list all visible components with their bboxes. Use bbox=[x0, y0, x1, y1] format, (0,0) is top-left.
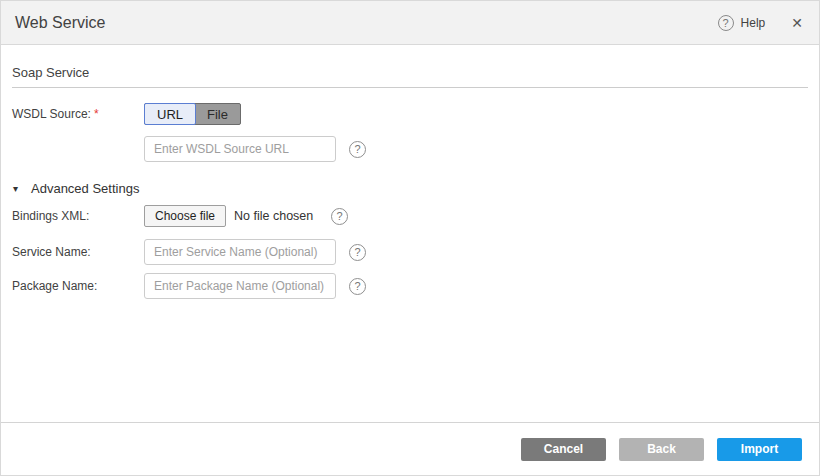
import-button[interactable]: Import bbox=[717, 438, 802, 461]
package-name-help-icon[interactable]: ? bbox=[349, 278, 366, 295]
advanced-settings-toggle[interactable]: ▾ Advanced Settings bbox=[12, 181, 808, 196]
dialog-footer: Cancel Back Import bbox=[1, 422, 819, 475]
page-title: Web Service bbox=[15, 14, 105, 32]
back-button[interactable]: Back bbox=[619, 438, 704, 461]
wsdl-url-input[interactable] bbox=[144, 136, 336, 162]
toggle-option-file[interactable]: File bbox=[195, 104, 240, 124]
dialog-body: Soap Service WSDL Source:* URL File ? ▾ … bbox=[1, 45, 819, 299]
close-icon[interactable]: ✕ bbox=[791, 16, 803, 30]
package-name-label: Package Name: bbox=[12, 279, 144, 293]
advanced-settings-label: Advanced Settings bbox=[31, 181, 139, 196]
choose-file-button[interactable]: Choose file bbox=[144, 205, 226, 227]
wsdl-source-toggle: URL File bbox=[144, 103, 241, 125]
wsdl-source-label: WSDL Source: bbox=[12, 107, 91, 121]
help-icon: ? bbox=[718, 15, 734, 31]
wsdl-source-label-cell: WSDL Source:* bbox=[12, 107, 144, 121]
help-label: Help bbox=[741, 16, 766, 30]
chevron-down-icon: ▾ bbox=[13, 183, 23, 194]
section-title: Soap Service bbox=[12, 65, 808, 80]
dialog-header: Web Service ? Help ✕ bbox=[1, 1, 819, 45]
bindings-xml-label: Bindings XML: bbox=[12, 209, 144, 223]
header-actions: ? Help ✕ bbox=[718, 15, 803, 31]
file-status-text: No file chosen bbox=[234, 209, 313, 223]
service-name-row: Service Name: ? bbox=[12, 239, 808, 265]
wsdl-source-row: WSDL Source:* URL File bbox=[12, 103, 808, 125]
service-name-input[interactable] bbox=[144, 239, 336, 265]
service-name-label: Service Name: bbox=[12, 245, 144, 259]
service-name-help-icon[interactable]: ? bbox=[349, 244, 366, 261]
package-name-input[interactable] bbox=[144, 273, 336, 299]
required-marker: * bbox=[94, 107, 99, 121]
package-name-row: Package Name: ? bbox=[12, 273, 808, 299]
cancel-button[interactable]: Cancel bbox=[521, 438, 606, 461]
bindings-xml-help-icon[interactable]: ? bbox=[331, 208, 348, 225]
toggle-option-url[interactable]: URL bbox=[144, 103, 196, 125]
section-divider bbox=[12, 87, 808, 88]
help-button[interactable]: ? Help bbox=[718, 15, 766, 31]
wsdl-url-help-icon[interactable]: ? bbox=[349, 141, 366, 158]
wsdl-url-row: ? bbox=[12, 136, 808, 162]
bindings-xml-row: Bindings XML: Choose file No file chosen… bbox=[12, 205, 808, 227]
